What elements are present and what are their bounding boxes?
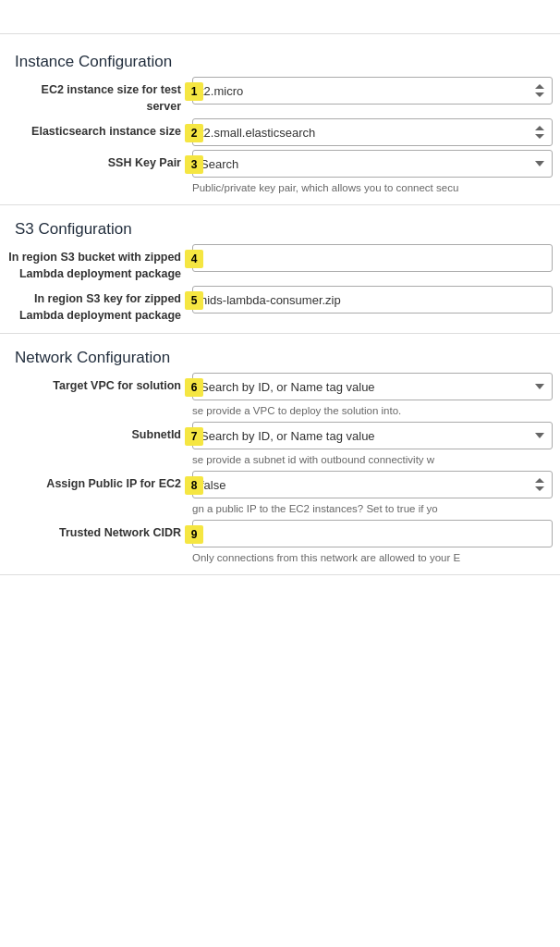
badge-instance-config-2: 3 xyxy=(185,155,203,174)
param-label: SubnetId xyxy=(7,422,192,444)
param-spinner-select[interactable]: false xyxy=(192,471,553,498)
param-label: In region S3 key for zipped Lambda deplo… xyxy=(7,286,192,324)
param-input-area: t2.micro xyxy=(192,77,553,105)
param-row: Trusted Network CIDROnly connections fro… xyxy=(0,514,560,567)
badge-network-config-1: 7 xyxy=(185,427,203,446)
param-input-area xyxy=(192,286,553,314)
param-input-area: SearchPublic/private key pair, which all… xyxy=(192,150,553,195)
param-label: Target VPC for solution xyxy=(7,373,192,395)
param-input-area: Search by ID, or Name tag valuese provid… xyxy=(192,373,553,418)
param-input-area xyxy=(192,244,553,272)
param-label: EC2 instance size for test server xyxy=(7,77,192,115)
param-search-select[interactable]: Search by ID, or Name tag value xyxy=(192,373,553,400)
section-s3-config: S3 Configuration4In region S3 bucket wit… xyxy=(0,209,560,334)
param-label: SSH Key Pair xyxy=(7,150,192,172)
param-row: In region S3 key for zipped Lambda deplo… xyxy=(0,280,560,326)
page-container: Instance Configuration1EC2 instance size… xyxy=(0,0,560,594)
param-input-area: t2.small.elasticsearch xyxy=(192,118,553,146)
section-title-s3-config: S3 Configuration xyxy=(0,209,560,242)
badge-network-config-0: 6 xyxy=(185,378,203,397)
page-title xyxy=(0,15,560,34)
param-input-area: Search by ID, or Name tag valuese provid… xyxy=(192,422,553,467)
param-label: Trusted Network CIDR xyxy=(7,520,192,542)
param-input-area: falsegn a public IP to the EC2 instances… xyxy=(192,471,553,516)
param-text-input[interactable] xyxy=(192,244,553,272)
param-hint: Public/private key pair, which allows yo… xyxy=(192,180,534,195)
param-label: In region S3 bucket with zipped Lambda d… xyxy=(7,244,192,282)
param-search-select[interactable]: Search by ID, or Name tag value xyxy=(192,422,553,449)
section-instance-config: Instance Configuration1EC2 instance size… xyxy=(0,42,560,205)
badge-network-config-3: 9 xyxy=(185,525,203,544)
param-input-area: Only connections from this network are a… xyxy=(192,520,553,565)
badge-s3-config-1: 5 xyxy=(185,291,203,310)
param-hint: Only connections from this network are a… xyxy=(192,550,534,565)
param-row: In region S3 bucket with zipped Lambda d… xyxy=(0,239,560,284)
param-row: Target VPC for solutionSearch by ID, or … xyxy=(0,367,560,420)
param-search-select[interactable]: Search xyxy=(192,150,553,178)
badge-instance-config-1: 2 xyxy=(185,124,203,142)
param-row: SubnetIdSearch by ID, or Name tag values… xyxy=(0,416,560,469)
badge-s3-config-0: 4 xyxy=(185,250,203,268)
param-text-input[interactable] xyxy=(192,286,553,314)
param-label: Elasticsearch instance size xyxy=(7,118,192,141)
param-label: Assign Public IP for EC2 xyxy=(7,471,192,493)
param-row: SSH Key PairSearchPublic/private key pai… xyxy=(0,144,560,197)
section-network-config: Network Configuration6Target VPC for sol… xyxy=(0,338,560,575)
param-row: Elasticsearch instance sizet2.small.elas… xyxy=(0,113,560,148)
section-title-network-config: Network Configuration xyxy=(0,338,560,371)
param-text-input[interactable] xyxy=(192,520,553,547)
badge-instance-config-0: 1 xyxy=(185,82,203,101)
section-title-instance-config: Instance Configuration xyxy=(0,42,560,75)
param-row: EC2 instance size for test servert2.micr… xyxy=(0,71,560,117)
param-row: Assign Public IP for EC2falsegn a public… xyxy=(0,465,560,518)
badge-network-config-2: 8 xyxy=(185,476,203,495)
param-spinner-select[interactable]: t2.small.elasticsearch xyxy=(192,118,553,146)
param-spinner-select[interactable]: t2.micro xyxy=(192,77,553,105)
